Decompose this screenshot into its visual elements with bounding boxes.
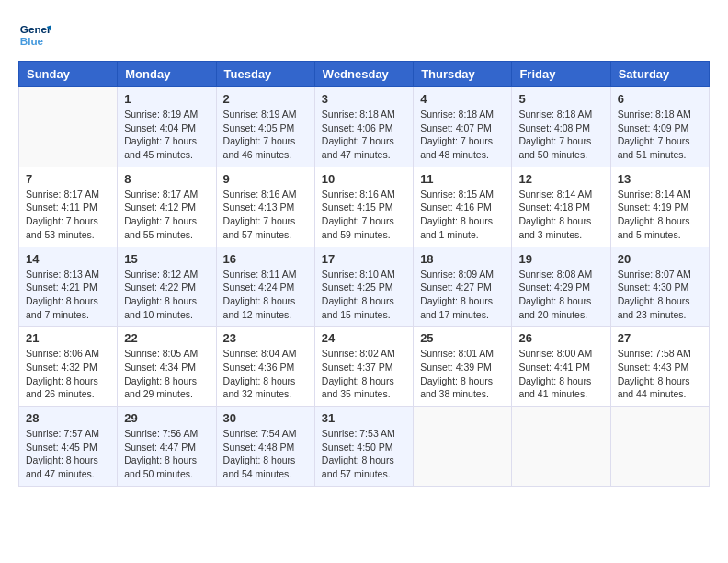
day-cell: 30Sunrise: 7:54 AMSunset: 4:48 PMDayligh… — [216, 407, 314, 487]
day-cell: 14Sunrise: 8:13 AMSunset: 4:21 PMDayligh… — [19, 247, 118, 327]
day-cell: 9Sunrise: 8:16 AMSunset: 4:13 PMDaylight… — [216, 167, 314, 247]
column-header-sunday: Sunday — [19, 62, 118, 87]
day-cell: 11Sunrise: 8:15 AMSunset: 4:16 PMDayligh… — [414, 167, 512, 247]
day-number: 29 — [124, 411, 209, 425]
day-info: Sunrise: 8:05 AMSunset: 4:34 PMDaylight:… — [124, 347, 209, 401]
day-cell: 17Sunrise: 8:10 AMSunset: 4:25 PMDayligh… — [314, 247, 413, 327]
day-cell — [610, 407, 709, 487]
day-number: 18 — [420, 252, 505, 266]
week-row-4: 21Sunrise: 8:06 AMSunset: 4:32 PMDayligh… — [19, 327, 710, 407]
week-row-1: 1Sunrise: 8:19 AMSunset: 4:04 PMDaylight… — [19, 87, 710, 167]
day-cell: 4Sunrise: 8:18 AMSunset: 4:07 PMDaylight… — [414, 87, 512, 167]
day-number: 11 — [420, 172, 505, 186]
logo: General Blue — [18, 18, 55, 52]
day-cell: 31Sunrise: 7:53 AMSunset: 4:50 PMDayligh… — [314, 407, 413, 487]
day-cell: 20Sunrise: 8:07 AMSunset: 4:30 PMDayligh… — [610, 247, 709, 327]
page-header: General Blue — [18, 18, 710, 52]
day-number: 8 — [124, 172, 209, 186]
day-info: Sunrise: 8:08 AMSunset: 4:29 PMDaylight:… — [518, 268, 603, 322]
day-cell: 5Sunrise: 8:18 AMSunset: 4:08 PMDaylight… — [512, 87, 610, 167]
column-header-monday: Monday — [118, 62, 216, 87]
day-cell: 2Sunrise: 8:19 AMSunset: 4:05 PMDaylight… — [216, 87, 314, 167]
day-info: Sunrise: 8:18 AMSunset: 4:07 PMDaylight:… — [420, 108, 505, 162]
day-number: 15 — [124, 252, 209, 266]
day-number: 31 — [322, 411, 406, 425]
day-cell: 12Sunrise: 8:14 AMSunset: 4:18 PMDayligh… — [512, 167, 610, 247]
day-number: 14 — [26, 252, 110, 266]
day-number: 20 — [618, 252, 702, 266]
day-number: 19 — [518, 252, 603, 266]
day-number: 6 — [618, 92, 702, 106]
day-info: Sunrise: 8:19 AMSunset: 4:04 PMDaylight:… — [124, 108, 209, 162]
calendar-table: SundayMondayTuesdayWednesdayThursdayFrid… — [18, 61, 710, 487]
day-cell: 28Sunrise: 7:57 AMSunset: 4:45 PMDayligh… — [19, 407, 118, 487]
svg-text:Blue: Blue — [20, 35, 44, 47]
day-info: Sunrise: 7:53 AMSunset: 4:50 PMDaylight:… — [322, 427, 406, 481]
day-number: 25 — [420, 331, 505, 345]
day-info: Sunrise: 8:00 AMSunset: 4:41 PMDaylight:… — [518, 347, 603, 401]
logo-icon: General Blue — [18, 18, 51, 52]
day-cell: 1Sunrise: 8:19 AMSunset: 4:04 PMDaylight… — [118, 87, 216, 167]
day-info: Sunrise: 8:16 AMSunset: 4:15 PMDaylight:… — [322, 188, 406, 242]
day-cell: 19Sunrise: 8:08 AMSunset: 4:29 PMDayligh… — [512, 247, 610, 327]
day-number: 22 — [124, 331, 209, 345]
day-info: Sunrise: 8:18 AMSunset: 4:06 PMDaylight:… — [322, 108, 406, 162]
day-info: Sunrise: 8:15 AMSunset: 4:16 PMDaylight:… — [420, 188, 505, 242]
day-cell: 10Sunrise: 8:16 AMSunset: 4:15 PMDayligh… — [314, 167, 413, 247]
day-info: Sunrise: 8:14 AMSunset: 4:19 PMDaylight:… — [618, 188, 702, 242]
day-number: 9 — [223, 172, 308, 186]
day-info: Sunrise: 8:19 AMSunset: 4:05 PMDaylight:… — [223, 108, 308, 162]
day-cell: 29Sunrise: 7:56 AMSunset: 4:47 PMDayligh… — [118, 407, 216, 487]
day-number: 21 — [26, 331, 110, 345]
day-number: 23 — [223, 331, 308, 345]
day-info: Sunrise: 8:07 AMSunset: 4:30 PMDaylight:… — [618, 268, 702, 322]
day-cell: 16Sunrise: 8:11 AMSunset: 4:24 PMDayligh… — [216, 247, 314, 327]
day-info: Sunrise: 8:17 AMSunset: 4:12 PMDaylight:… — [124, 188, 209, 242]
column-header-saturday: Saturday — [610, 62, 709, 87]
day-info: Sunrise: 8:18 AMSunset: 4:09 PMDaylight:… — [618, 108, 702, 162]
day-number: 10 — [322, 172, 406, 186]
day-cell: 22Sunrise: 8:05 AMSunset: 4:34 PMDayligh… — [118, 327, 216, 407]
day-cell: 15Sunrise: 8:12 AMSunset: 4:22 PMDayligh… — [118, 247, 216, 327]
day-info: Sunrise: 7:58 AMSunset: 4:43 PMDaylight:… — [618, 347, 702, 401]
day-number: 17 — [322, 252, 406, 266]
week-row-5: 28Sunrise: 7:57 AMSunset: 4:45 PMDayligh… — [19, 407, 710, 487]
day-info: Sunrise: 8:10 AMSunset: 4:25 PMDaylight:… — [322, 268, 406, 322]
column-header-tuesday: Tuesday — [216, 62, 314, 87]
header-row: SundayMondayTuesdayWednesdayThursdayFrid… — [19, 62, 710, 87]
day-info: Sunrise: 8:02 AMSunset: 4:37 PMDaylight:… — [322, 347, 406, 401]
day-cell: 24Sunrise: 8:02 AMSunset: 4:37 PMDayligh… — [314, 327, 413, 407]
day-cell: 6Sunrise: 8:18 AMSunset: 4:09 PMDaylight… — [610, 87, 709, 167]
day-number: 24 — [322, 331, 406, 345]
day-number: 27 — [618, 331, 702, 345]
day-cell — [414, 407, 512, 487]
day-number: 13 — [618, 172, 702, 186]
day-cell: 18Sunrise: 8:09 AMSunset: 4:27 PMDayligh… — [414, 247, 512, 327]
day-cell: 7Sunrise: 8:17 AMSunset: 4:11 PMDaylight… — [19, 167, 118, 247]
column-header-wednesday: Wednesday — [314, 62, 413, 87]
day-cell: 23Sunrise: 8:04 AMSunset: 4:36 PMDayligh… — [216, 327, 314, 407]
week-row-2: 7Sunrise: 8:17 AMSunset: 4:11 PMDaylight… — [19, 167, 710, 247]
day-info: Sunrise: 8:04 AMSunset: 4:36 PMDaylight:… — [223, 347, 308, 401]
day-number: 4 — [420, 92, 505, 106]
day-cell: 27Sunrise: 7:58 AMSunset: 4:43 PMDayligh… — [610, 327, 709, 407]
day-info: Sunrise: 8:09 AMSunset: 4:27 PMDaylight:… — [420, 268, 505, 322]
day-info: Sunrise: 8:18 AMSunset: 4:08 PMDaylight:… — [518, 108, 603, 162]
day-number: 12 — [518, 172, 603, 186]
day-info: Sunrise: 8:13 AMSunset: 4:21 PMDaylight:… — [26, 268, 110, 322]
day-number: 2 — [223, 92, 308, 106]
day-number: 1 — [124, 92, 209, 106]
day-info: Sunrise: 7:56 AMSunset: 4:47 PMDaylight:… — [124, 427, 209, 481]
day-cell — [512, 407, 610, 487]
day-info: Sunrise: 7:54 AMSunset: 4:48 PMDaylight:… — [223, 427, 308, 481]
day-cell — [19, 87, 118, 167]
day-info: Sunrise: 8:16 AMSunset: 4:13 PMDaylight:… — [223, 188, 308, 242]
day-cell: 8Sunrise: 8:17 AMSunset: 4:12 PMDaylight… — [118, 167, 216, 247]
column-header-friday: Friday — [512, 62, 610, 87]
week-row-3: 14Sunrise: 8:13 AMSunset: 4:21 PMDayligh… — [19, 247, 710, 327]
day-cell: 21Sunrise: 8:06 AMSunset: 4:32 PMDayligh… — [19, 327, 118, 407]
day-cell: 3Sunrise: 8:18 AMSunset: 4:06 PMDaylight… — [314, 87, 413, 167]
svg-text:General: General — [20, 23, 51, 35]
day-cell: 25Sunrise: 8:01 AMSunset: 4:39 PMDayligh… — [414, 327, 512, 407]
day-number: 7 — [26, 172, 110, 186]
